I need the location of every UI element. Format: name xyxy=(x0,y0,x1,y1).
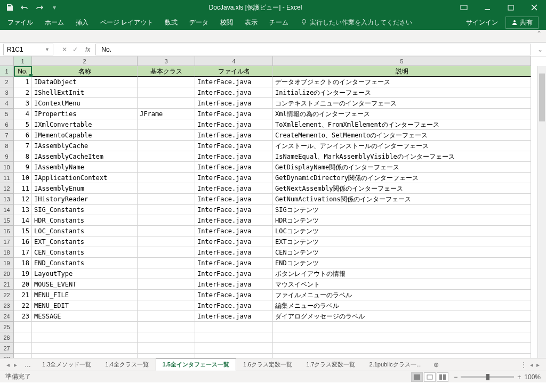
cell[interactable]: MENU_EDIT xyxy=(32,300,138,311)
cell[interactable]: InterFace.java xyxy=(195,173,273,183)
cell[interactable]: InterFace.java xyxy=(195,141,273,151)
cells-area[interactable]: No.名称基本クラスファイル名説明1IDataObjectInterFace.j… xyxy=(14,66,531,358)
cell[interactable]: 20 xyxy=(14,279,32,290)
cell[interactable]: InterFace.java xyxy=(195,226,273,236)
cell[interactable]: 4 xyxy=(14,109,32,119)
zoom-level[interactable]: 100% xyxy=(524,373,541,381)
cell[interactable] xyxy=(138,151,195,162)
header-cell[interactable]: No. xyxy=(14,66,32,77)
vertical-scrollbar[interactable] xyxy=(537,66,546,358)
fx-icon[interactable]: fx xyxy=(83,46,92,53)
select-all-corner[interactable] xyxy=(0,56,14,66)
scrollbar-thumb[interactable] xyxy=(539,74,545,121)
cell[interactable]: 3 xyxy=(14,98,32,109)
cell[interactable]: GetDisplayName関係のインターフェース xyxy=(273,162,531,173)
cell[interactable]: 11 xyxy=(14,183,32,194)
cell[interactable]: MOUSE_EVENT xyxy=(32,279,138,290)
cell[interactable]: InterFace.java xyxy=(195,98,273,109)
cell[interactable]: IApplicationContext xyxy=(32,173,138,183)
cell[interactable]: SIGコンテンツ xyxy=(273,205,531,215)
tab-prev-icon[interactable]: ◂ xyxy=(6,361,10,369)
row-header[interactable]: 17 xyxy=(0,236,14,247)
maximize-icon[interactable] xyxy=(499,0,523,15)
cell[interactable] xyxy=(138,119,195,130)
ribbon-tab-layout[interactable]: ページ レイアウト xyxy=(100,18,153,27)
row-header[interactable]: 27 xyxy=(0,343,14,354)
cell[interactable]: 14 xyxy=(14,215,32,226)
sheet-tab[interactable]: 2.1publicクラス一… xyxy=(362,358,429,371)
zoom-out-icon[interactable]: − xyxy=(454,373,457,381)
cell[interactable]: 2 xyxy=(14,87,32,98)
cell[interactable]: InterFace.java xyxy=(195,300,273,311)
cell[interactable]: InterFace.java xyxy=(195,130,273,141)
cell[interactable] xyxy=(138,247,195,258)
cell[interactable] xyxy=(32,354,138,358)
cell[interactable]: Initializeのインターフェース xyxy=(273,87,531,98)
cell[interactable]: END_Constants xyxy=(32,258,138,268)
row-header[interactable]: 9 xyxy=(0,151,14,162)
cell[interactable]: CENコンテンツ xyxy=(273,247,531,258)
page-break-view-icon[interactable] xyxy=(437,372,448,382)
cell[interactable]: IAssemblyCacheItem xyxy=(32,151,138,162)
cell[interactable]: GetDynamicDirectory関係のインターフェース xyxy=(273,173,531,183)
cell[interactable]: InterFace.java xyxy=(195,290,273,300)
row-header[interactable]: 11 xyxy=(0,173,14,183)
cell[interactable]: InterFace.java xyxy=(195,109,273,119)
cell[interactable] xyxy=(273,343,531,354)
cell[interactable] xyxy=(14,322,32,332)
cell[interactable] xyxy=(14,343,32,354)
cell[interactable]: 23 xyxy=(14,311,32,322)
cell[interactable] xyxy=(138,98,195,109)
cell[interactable] xyxy=(138,279,195,290)
cell[interactable] xyxy=(32,322,138,332)
cell[interactable]: InterFace.java xyxy=(195,268,273,279)
cell[interactable] xyxy=(32,332,138,343)
zoom-slider[interactable] xyxy=(461,376,514,378)
cell[interactable]: InterFace.java xyxy=(195,215,273,226)
cell[interactable]: 6 xyxy=(14,130,32,141)
tab-next-icon[interactable]: ▸ xyxy=(14,361,17,369)
cell[interactable]: CEN_Constants xyxy=(32,247,138,258)
cell[interactable]: InterFace.java xyxy=(195,183,273,194)
cell[interactable]: InterFace.java xyxy=(195,205,273,215)
cell[interactable] xyxy=(273,332,531,343)
cell[interactable] xyxy=(195,343,273,354)
cell[interactable]: 16 xyxy=(14,236,32,247)
cell[interactable]: EXT_Constants xyxy=(32,236,138,247)
header-cell[interactable]: ファイル名 xyxy=(195,66,273,77)
cell[interactable]: LOC_Constants xyxy=(32,226,138,236)
cell[interactable]: 編集メニューのラベル xyxy=(273,300,531,311)
cell[interactable] xyxy=(138,290,195,300)
add-sheet-icon[interactable]: ⊕ xyxy=(429,361,443,369)
sheet-tab[interactable]: 1.6クラス定数一覧 xyxy=(236,358,299,371)
header-cell[interactable]: 基本クラス xyxy=(138,66,195,77)
close-icon[interactable] xyxy=(523,0,546,15)
row-header[interactable]: 2 xyxy=(0,77,14,87)
cell[interactable]: インストール、アンインストールのインターフェース xyxy=(273,141,531,151)
row-header[interactable]: 7 xyxy=(0,130,14,141)
cell[interactable] xyxy=(138,236,195,247)
cell[interactable]: MESSAGE xyxy=(32,311,138,322)
row-header[interactable]: 6 xyxy=(0,119,14,130)
cell[interactable]: IContextMenu xyxy=(32,98,138,109)
col-header[interactable]: 5 xyxy=(273,56,531,66)
row-header[interactable]: 4 xyxy=(0,98,14,109)
row-header[interactable]: 26 xyxy=(0,332,14,343)
spreadsheet-grid[interactable]: 12345 1234567891011121314151617181920212… xyxy=(0,56,546,358)
cell[interactable]: ダイアログメッセージのラベル xyxy=(273,311,531,322)
cell[interactable]: 22 xyxy=(14,300,32,311)
cell[interactable]: SIG_Constants xyxy=(32,205,138,215)
cell[interactable]: ENDコンテンツ xyxy=(273,258,531,268)
cell[interactable] xyxy=(138,141,195,151)
tell-me-search[interactable]: 実行したい作業を入力してください xyxy=(300,18,412,27)
cell[interactable]: 15 xyxy=(14,226,32,236)
ribbon-tab-team[interactable]: チーム xyxy=(269,18,288,27)
ribbon-tab-file[interactable]: ファイル xyxy=(7,18,33,27)
ribbon-tab-view[interactable]: 表示 xyxy=(245,18,258,27)
row-header[interactable]: 22 xyxy=(0,290,14,300)
cell[interactable] xyxy=(138,162,195,173)
cell[interactable] xyxy=(138,215,195,226)
row-header[interactable]: 8 xyxy=(0,141,14,151)
cell[interactable]: IAssemblyName xyxy=(32,162,138,173)
cell[interactable] xyxy=(195,354,273,358)
